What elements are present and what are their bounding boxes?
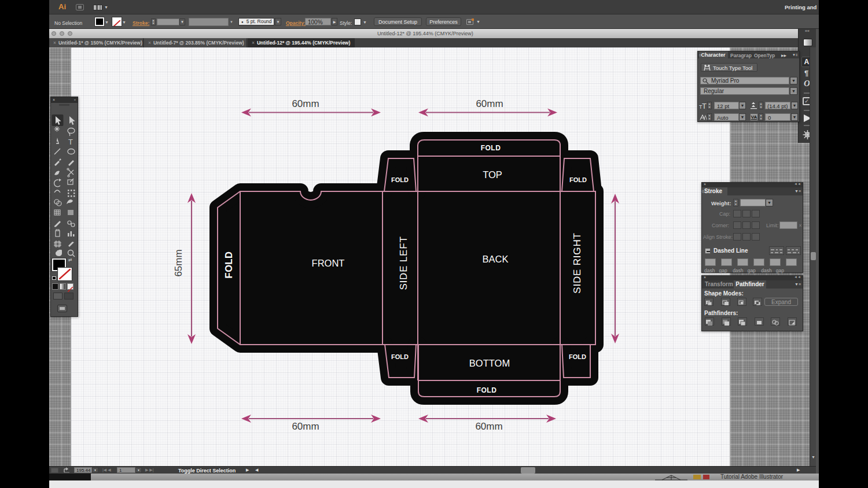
svg-text:BOTTOM: BOTTOM (469, 358, 510, 368)
svg-text:FOLD: FOLD (477, 386, 497, 394)
svg-text:T: T (68, 138, 73, 146)
svg-text:SIDE LEFT: SIDE LEFT (398, 236, 409, 290)
svg-text:SIDE RIGHT: SIDE RIGHT (572, 232, 583, 293)
svg-text:FOLD: FOLD (223, 252, 234, 279)
svg-text:FOLD: FOLD (569, 176, 587, 183)
svg-text:FOLD: FOLD (569, 353, 586, 360)
svg-text:T: T (702, 102, 707, 109)
svg-text:FOLD: FOLD (481, 144, 501, 152)
svg-text:60mm: 60mm (475, 421, 502, 432)
svg-text:FOLD: FOLD (391, 176, 409, 183)
svg-text:60mm: 60mm (292, 98, 319, 109)
svg-text:TOP: TOP (483, 169, 502, 180)
svg-text:FRONT: FRONT (312, 258, 345, 268)
svg-text:60mm: 60mm (476, 98, 503, 109)
svg-text:60mm: 60mm (292, 421, 319, 432)
svg-text:FOLD: FOLD (391, 353, 409, 360)
svg-text:BACK: BACK (483, 254, 509, 264)
svg-text:65mm: 65mm (173, 249, 184, 276)
